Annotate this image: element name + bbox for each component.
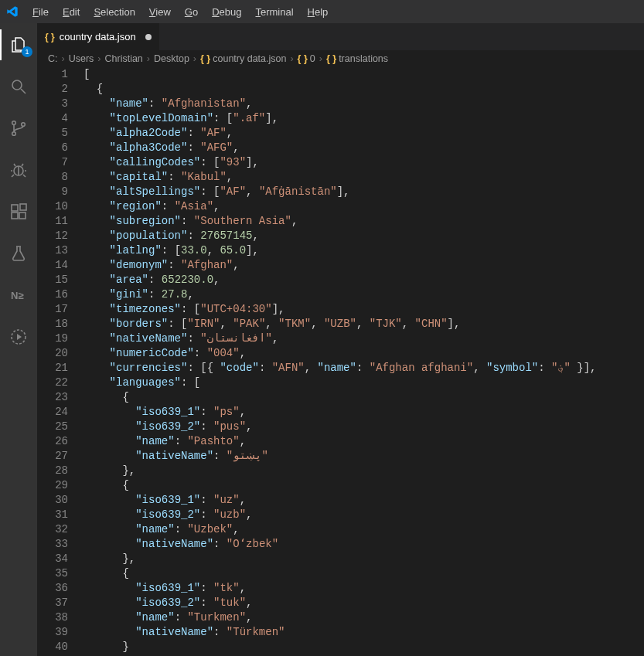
search-icon <box>9 77 28 96</box>
activity-debug[interactable] <box>0 155 37 185</box>
activitybar: 1 N≥ <box>0 23 37 656</box>
json-brace-icon: { } <box>326 53 336 64</box>
breadcrumb-segment[interactable]: C: <box>48 53 58 64</box>
svg-rect-7 <box>12 212 18 219</box>
svg-point-0 <box>12 80 22 90</box>
menu-terminal[interactable]: Terminal <box>249 3 299 21</box>
tab-label: country data.json <box>60 31 136 42</box>
tabbar: { } country data.json <box>37 23 644 50</box>
vscode-logo-icon <box>6 5 19 18</box>
menu-file[interactable]: File <box>26 3 55 21</box>
menu-view[interactable]: View <box>143 3 177 21</box>
svg-point-2 <box>12 121 16 125</box>
activity-extensions[interactable] <box>0 196 37 227</box>
breadcrumb-segment[interactable]: 0 <box>310 53 315 64</box>
svg-rect-6 <box>12 205 18 211</box>
breadcrumb-segment[interactable]: Desktop <box>154 53 189 64</box>
menubar: File Edit Selection View Go Debug Termin… <box>26 3 334 21</box>
menu-help[interactable]: Help <box>302 3 335 21</box>
activity-explorer[interactable]: 1 <box>0 29 37 60</box>
nx-icon: N≥ <box>9 286 28 304</box>
activity-run[interactable] <box>0 321 37 352</box>
breadcrumb-segment[interactable]: Users <box>69 53 94 64</box>
svg-rect-8 <box>19 212 26 219</box>
menu-debug[interactable]: Debug <box>206 3 247 21</box>
code-editor[interactable]: 1234567891011121314151617181920212223242… <box>37 67 644 656</box>
beaker-icon <box>9 244 28 263</box>
svg-line-1 <box>21 89 26 93</box>
json-brace-icon: { } <box>200 53 210 64</box>
editor-area: { } country data.json C:› Users› Christi… <box>37 23 644 656</box>
json-file-icon: { } <box>45 32 55 42</box>
svg-point-4 <box>22 123 26 127</box>
breadcrumb-segment[interactable]: Christian <box>105 53 143 64</box>
svg-point-3 <box>12 132 16 136</box>
svg-text:N≥: N≥ <box>11 290 24 301</box>
extensions-icon <box>9 202 28 221</box>
menu-go[interactable]: Go <box>179 3 204 21</box>
code-content[interactable]: [ { "name": "Afghanistan", "topLevelDoma… <box>83 67 644 656</box>
branch-icon <box>9 119 28 138</box>
json-brace-icon: { } <box>298 53 308 64</box>
menu-selection[interactable]: Selection <box>87 3 141 21</box>
breadcrumb-segment[interactable]: translations <box>339 53 388 64</box>
main: 1 N≥ { } country data.json <box>0 23 644 656</box>
breadcrumb-segment[interactable]: country data.json <box>213 53 286 64</box>
tab-country-data[interactable]: { } country data.json <box>37 23 160 50</box>
breadcrumbs[interactable]: C:› Users› Christian› Desktop› { } count… <box>37 50 644 67</box>
explorer-badge: 1 <box>22 46 32 57</box>
bug-icon <box>9 161 28 179</box>
line-gutter: 1234567891011121314151617181920212223242… <box>37 67 83 656</box>
run-circle-icon <box>9 328 28 346</box>
dirty-indicator-icon <box>145 34 152 40</box>
titlebar: File Edit Selection View Go Debug Termin… <box>0 0 644 23</box>
activity-nx[interactable]: N≥ <box>0 280 37 311</box>
activity-test[interactable] <box>0 238 37 269</box>
menu-edit[interactable]: Edit <box>56 3 86 21</box>
svg-rect-9 <box>20 204 26 210</box>
activity-source-control[interactable] <box>0 113 37 144</box>
activity-search[interactable] <box>0 71 37 102</box>
